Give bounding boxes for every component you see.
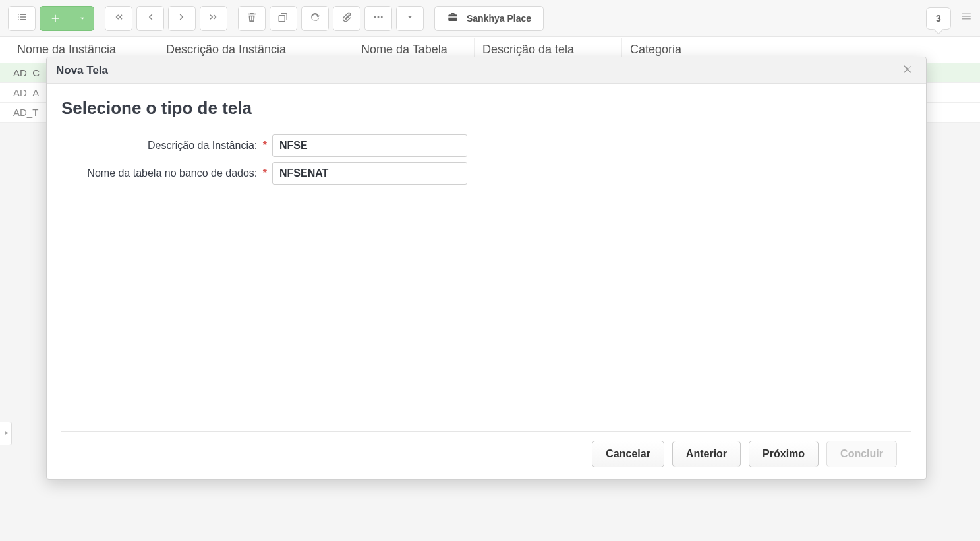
more-dropdown-button[interactable] <box>396 6 424 31</box>
copy-button[interactable] <box>270 6 297 31</box>
finish-button: Concluir <box>826 441 897 467</box>
required-asterisk: * <box>263 167 267 179</box>
sidebar-menu-icon[interactable] <box>960 11 972 26</box>
delete-button[interactable] <box>238 6 266 31</box>
svg-point-2 <box>381 16 383 18</box>
nav-next-button[interactable] <box>168 6 196 31</box>
dots-horizontal-icon <box>372 11 384 26</box>
input-db-table-name[interactable] <box>272 162 467 185</box>
nav-prev-button[interactable] <box>136 6 164 31</box>
label-db-table-name: Nome da tabela no banco de dados: * <box>61 167 267 179</box>
caret-down-icon <box>405 13 415 24</box>
paperclip-icon <box>341 11 353 26</box>
modal-footer: Cancelar Anterior Próximo Concluir <box>61 431 911 479</box>
required-asterisk: * <box>263 140 267 151</box>
chevron-left-icon <box>144 11 156 26</box>
label-instance-desc-text: Descrição da Instância: <box>148 140 257 151</box>
modal-close-button[interactable] <box>900 61 917 80</box>
modal-title: Nova Tela <box>56 64 108 77</box>
copy-icon <box>277 11 289 26</box>
trash-icon <box>246 11 258 26</box>
close-icon <box>902 62 914 78</box>
list-icon <box>16 11 28 26</box>
label-instance-desc: Descrição da Instância: * <box>61 140 267 152</box>
briefcase-icon <box>447 11 459 25</box>
field-row-instance-desc: Descrição da Instância: * <box>61 134 911 157</box>
expand-panel-handle[interactable] <box>0 422 12 445</box>
refresh-icon <box>309 11 321 26</box>
notification-badge-wrap: 3 <box>926 7 951 30</box>
svg-point-1 <box>378 16 380 18</box>
previous-button[interactable]: Anterior <box>672 441 741 467</box>
refresh-button[interactable] <box>301 6 329 31</box>
field-row-db-table-name: Nome da tabela no banco de dados: * <box>61 162 911 185</box>
notification-count: 3 <box>936 13 941 24</box>
add-button[interactable] <box>40 6 94 31</box>
svg-point-0 <box>374 16 376 18</box>
chevrons-left-icon <box>113 11 125 26</box>
triangle-right-icon <box>1 428 11 440</box>
modal-section-title: Selecione o tipo de tela <box>61 98 911 119</box>
cancel-button[interactable]: Cancelar <box>592 441 664 467</box>
nav-last-button[interactable] <box>200 6 227 31</box>
sankhya-place-button[interactable]: Sankhya Place <box>434 6 544 31</box>
chevron-right-icon <box>176 11 188 26</box>
notification-badge[interactable]: 3 <box>926 7 951 30</box>
toolbar: Sankhya Place 3 <box>0 0 980 37</box>
list-view-button[interactable] <box>8 6 36 31</box>
new-screen-modal: Nova Tela Selecione o tipo de tela Descr… <box>46 57 927 480</box>
caret-down-icon <box>71 7 94 30</box>
more-actions-button[interactable] <box>364 6 392 31</box>
plus-icon <box>40 7 71 30</box>
modal-body: Selecione o tipo de tela Descrição da In… <box>47 84 926 431</box>
chevrons-right-icon <box>208 11 219 26</box>
sankhya-place-label: Sankhya Place <box>467 13 531 24</box>
attach-button[interactable] <box>333 6 360 31</box>
modal-header: Nova Tela <box>47 57 926 84</box>
next-button[interactable]: Próximo <box>749 441 819 467</box>
label-db-table-name-text: Nome da tabela no banco de dados: <box>87 167 257 179</box>
input-instance-desc[interactable] <box>272 134 467 157</box>
nav-first-button[interactable] <box>105 6 132 31</box>
